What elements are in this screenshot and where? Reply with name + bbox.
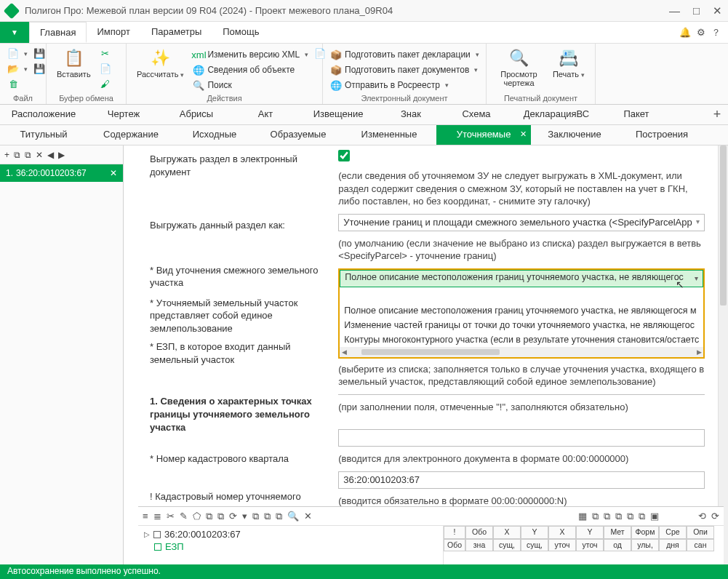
print-button[interactable]: 📇 Печать [548, 47, 589, 81]
grid-btn[interactable]: 🔍 [287, 511, 299, 522]
grid-col: уточ [548, 539, 576, 552]
section-tab-location[interactable]: Расположение [0, 105, 87, 124]
grid-btn[interactable]: ✕ [304, 511, 312, 522]
section-tab-constructions[interactable]: Построения [618, 125, 705, 145]
grid-btn[interactable]: ⟲ [698, 511, 706, 522]
prepare-decl-button[interactable]: 📦Подготовить пакет декларации [329, 48, 481, 61]
change-xml-button[interactable]: xmlИзменить версию XML [191, 48, 310, 61]
preview-button[interactable]: 🔍 Просмотр чертежа [492, 47, 545, 89]
dropdown-option[interactable]: Контуры многоконтурного участка (если в … [340, 332, 703, 347]
bell-icon[interactable]: 🔔 [679, 27, 691, 38]
tree-node[interactable]: ЕЗП [144, 541, 437, 552]
grid-btn[interactable]: ⧉ [264, 511, 271, 522]
copy-button[interactable]: 📄 [98, 62, 113, 75]
hint-sec1: (при заполнении поля, отмеченные "!", за… [338, 401, 705, 414]
clone-button[interactable]: 🖌 [98, 77, 113, 90]
section-tab-package[interactable]: Пакет [604, 105, 669, 124]
hint-cad: (вводится обязательно в формате 00:00:00… [338, 495, 705, 508]
cut-button[interactable]: ✂ [98, 47, 113, 60]
save-button[interactable]: 💾 [32, 47, 47, 60]
section-tab-title[interactable]: Титульный [0, 125, 87, 145]
grid-btn[interactable]: ⧉ [639, 511, 645, 522]
search-button[interactable]: 🔍Поиск [191, 79, 310, 92]
dropdown-option[interactable]: Изменение частей границы от точки до точ… [340, 318, 703, 332]
grid-btn[interactable]: ⧉ [217, 511, 224, 522]
cad-input[interactable]: 36:20:0010203:67 [338, 471, 705, 489]
grid-btn[interactable]: ⟳ [711, 511, 719, 522]
close-tab-icon[interactable]: ✕ [520, 129, 527, 139]
section-tab-drawing[interactable]: Чертеж [87, 105, 160, 124]
grid-btn[interactable]: ▾ [242, 511, 247, 522]
exportas-select[interactable]: Уточнение границ и площади смежного земе… [338, 214, 705, 231]
grid-col: X [493, 526, 521, 539]
side-add-icon[interactable]: + [4, 150, 9, 160]
section-tab-formed[interactable]: Образуемые [255, 125, 342, 145]
delete-button[interactable]: 🗑 [6, 77, 29, 90]
side-left-icon[interactable]: ◀ [47, 150, 54, 160]
add-section-button[interactable]: + [706, 105, 728, 124]
menu-tab-import[interactable]: Импорт [87, 22, 140, 43]
prepare-docs-button[interactable]: 📦Подготовить пакет документов [329, 63, 481, 76]
paste-button[interactable]: 📋 Вставить [52, 47, 95, 80]
section-tab-source[interactable]: Исходные [175, 125, 255, 145]
grid-btn[interactable]: ▣ [650, 511, 659, 522]
grid-btn[interactable]: ⬠ [193, 511, 201, 522]
side-del-icon[interactable]: ✕ [36, 150, 43, 160]
form-vscrollbar[interactable] [718, 145, 728, 564]
side-right-icon[interactable]: ▶ [58, 150, 65, 160]
section-tab-abris[interactable]: Абрисы [160, 105, 233, 124]
grid-col: Мет [604, 526, 631, 539]
export-checkbox[interactable] [338, 150, 350, 161]
kvartal-input[interactable] [338, 429, 705, 447]
grid-btn[interactable]: ⧉ [615, 511, 622, 522]
gear-icon[interactable]: ⚙ [697, 27, 705, 38]
object-info-button[interactable]: 🌐Сведения об объекте [191, 63, 310, 76]
app-menu-button[interactable]: ▼ [0, 22, 29, 43]
grid-btn[interactable]: ⧉ [592, 511, 599, 522]
grid-btn[interactable]: ▦ [578, 511, 587, 522]
cursor-icon: ↖ [676, 279, 684, 290]
grid-btn[interactable]: ⧉ [276, 511, 282, 522]
minimize-button[interactable]: — [669, 5, 680, 16]
label-vid: * Вид уточнения смежного земельного учас… [150, 264, 329, 290]
grid-btn[interactable]: ⧉ [604, 511, 610, 522]
dropdown-option[interactable]: Полное описание местоположения границ ут… [340, 303, 703, 318]
calc-button[interactable]: ✨ Рассчитать [132, 47, 188, 81]
close-button[interactable]: ✕ [713, 5, 722, 16]
menu-tab-main[interactable]: Главная [29, 22, 87, 43]
section-tab-conclusion[interactable]: Заключение [531, 125, 618, 145]
section-tab-declvs[interactable]: ДекларацияВС [509, 105, 604, 124]
section-tab-scheme[interactable]: Схема [444, 105, 509, 124]
grid-btn[interactable]: ≡ [143, 511, 148, 522]
side-dup-icon[interactable]: ⧉ [25, 150, 31, 160]
menu-tab-help[interactable]: Помощь [212, 22, 270, 43]
save-all-button[interactable]: 💾 [32, 62, 47, 75]
sidebar-item-close-icon[interactable]: ✕ [110, 168, 117, 178]
tree-node[interactable]: ▷36:20:0010203:67 [144, 529, 437, 540]
section-tab-refined[interactable]: Уточняемые✕ [436, 125, 531, 145]
section-tab-contents[interactable]: Содержание [87, 125, 175, 145]
ribbon-group-file-label: Файл [6, 92, 40, 103]
section-tab-changed[interactable]: Измененные [342, 125, 436, 145]
vid-dropdown-open[interactable]: Полное описание местоположения границ ут… [338, 268, 705, 359]
dropdown-hscrollbar[interactable]: ◀▶ [340, 347, 703, 357]
new-file-button[interactable]: 📄 [6, 47, 29, 60]
section-tab-sign[interactable]: Знак [378, 105, 444, 124]
grid-btn[interactable]: ⟳ [229, 511, 237, 522]
grid-btn[interactable]: ⧉ [206, 511, 212, 522]
send-rosreestr-button[interactable]: 🌐Отправить в Росреестр [329, 79, 481, 92]
grid-btn[interactable]: ✎ [180, 511, 188, 522]
open-file-button[interactable]: 📂 [6, 62, 29, 75]
maximize-button[interactable]: □ [693, 5, 700, 16]
grid-btn[interactable]: ≣ [153, 511, 161, 522]
section-tab-act[interactable]: Акт [233, 105, 298, 124]
menu-tab-params[interactable]: Параметры [141, 22, 212, 43]
sidebar-item[interactable]: 1. 36:20:0010203:67 ✕ [0, 164, 123, 182]
help-icon[interactable]: ？ [711, 26, 721, 39]
grid-btn[interactable]: ⧉ [627, 511, 633, 522]
grid-btn[interactable]: ✂ [167, 511, 175, 522]
section-tab-notice[interactable]: Извещение [298, 105, 378, 124]
label-exportas: Выгружать данный раздел как: [150, 219, 329, 232]
side-copy-icon[interactable]: ⧉ [14, 150, 20, 160]
grid-btn[interactable]: ⧉ [252, 511, 259, 522]
